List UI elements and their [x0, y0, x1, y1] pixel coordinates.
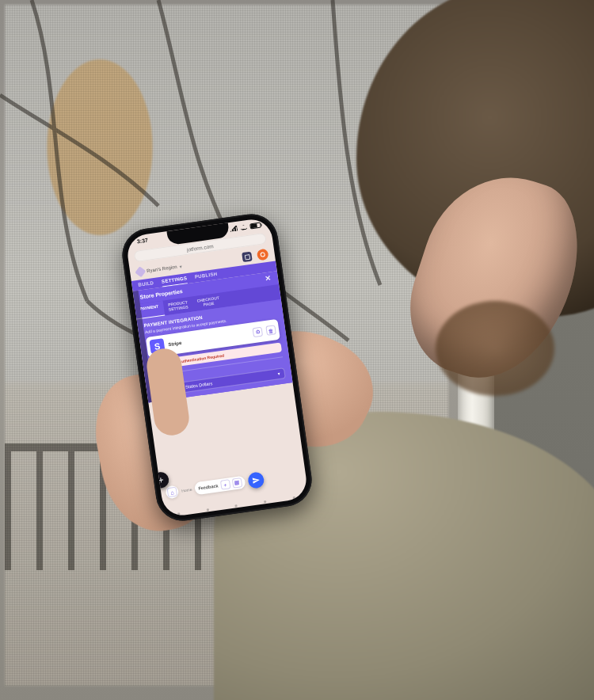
scene: 3:37 jotform.com Ryan's Region ▾ — [0, 0, 594, 700]
grid-icon[interactable]: ▦ — [231, 477, 242, 489]
add-icon[interactable]: + — [220, 479, 231, 490]
chevron-down-icon[interactable]: ▾ — [179, 263, 182, 268]
feedback-pill[interactable]: Feedback + ▦ — [194, 476, 246, 496]
cellular-icon — [229, 226, 238, 232]
send-icon — [251, 476, 260, 485]
chevron-down-icon: ▾ — [277, 371, 280, 376]
header-target-button[interactable] — [257, 249, 269, 261]
send-fab[interactable] — [247, 471, 265, 489]
feedback-label: Feedback — [198, 483, 219, 490]
close-icon[interactable]: ✕ — [265, 275, 272, 283]
region-label[interactable]: Ryan's Region — [147, 264, 177, 273]
status-time: 3:37 — [136, 238, 148, 245]
svg-rect-0 — [245, 254, 249, 259]
home-pill[interactable]: ⌂ — [165, 485, 179, 499]
header-app-button[interactable] — [242, 252, 253, 263]
gear-icon[interactable]: ⚙ — [253, 327, 264, 338]
home-label: Home — [181, 487, 192, 493]
person-beard — [436, 301, 554, 396]
status-icons — [229, 223, 261, 232]
battery-icon — [249, 223, 261, 230]
trash-icon[interactable]: 🗑 — [265, 325, 276, 336]
url-text: jotform.com — [186, 243, 214, 253]
wifi-icon — [239, 224, 248, 230]
app-logo-icon[interactable] — [135, 266, 146, 277]
stripe-name: Stripe — [168, 331, 249, 347]
home-icon: ⌂ — [167, 487, 178, 498]
